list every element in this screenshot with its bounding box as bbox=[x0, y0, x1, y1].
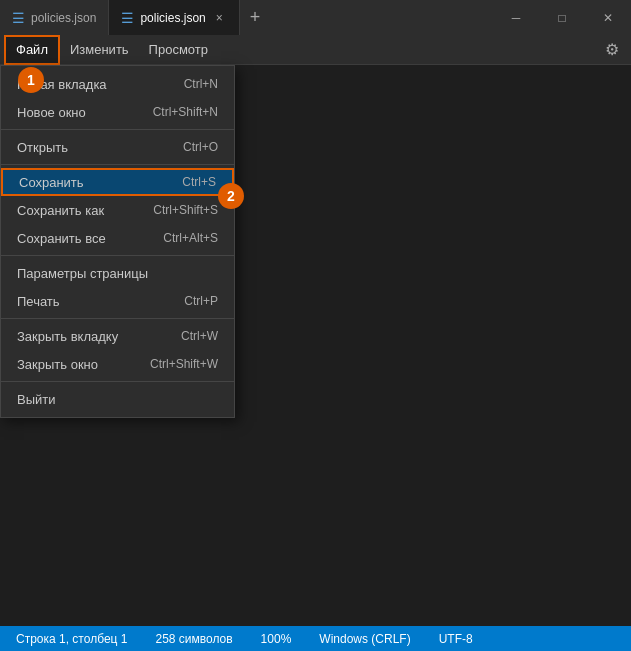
dropdown-item-close-tab-shortcut: Ctrl+W bbox=[181, 329, 218, 343]
title-bar: ☰ policies.json ☰ policies.json × + ─ □ … bbox=[0, 0, 631, 35]
dropdown-separator-3 bbox=[1, 255, 234, 256]
main-area: 1 2 Новая вкладка Ctrl+N Новое окно Ctrl… bbox=[0, 65, 631, 626]
dropdown-item-exit-label: Выйти bbox=[17, 392, 56, 407]
dropdown-item-close-tab[interactable]: Закрыть вкладку Ctrl+W bbox=[1, 322, 234, 350]
status-zoom: 100% bbox=[255, 632, 298, 646]
dropdown-item-save-as[interactable]: Сохранить как Ctrl+Shift+S bbox=[1, 196, 234, 224]
menu-view[interactable]: Просмотр bbox=[139, 35, 218, 65]
dropdown-item-close-window-shortcut: Ctrl+Shift+W bbox=[150, 357, 218, 371]
dropdown-item-exit[interactable]: Выйти bbox=[1, 385, 234, 413]
dropdown-item-save-as-label: Сохранить как bbox=[17, 203, 104, 218]
maximize-button[interactable]: □ bbox=[539, 0, 585, 35]
dropdown-item-close-tab-label: Закрыть вкладку bbox=[17, 329, 118, 344]
dropdown-item-page-setup-label: Параметры страницы bbox=[17, 266, 148, 281]
dropdown-item-print-shortcut: Ctrl+P bbox=[184, 294, 218, 308]
window-controls: ─ □ ✕ bbox=[493, 0, 631, 35]
dropdown-item-save-label: Сохранить bbox=[19, 175, 84, 190]
dropdown-item-save[interactable]: Сохранить Ctrl+S bbox=[1, 168, 234, 196]
dropdown-item-save-as-shortcut: Ctrl+Shift+S bbox=[153, 203, 218, 217]
status-encoding: UTF-8 bbox=[433, 632, 479, 646]
tab-close-button[interactable]: × bbox=[212, 9, 227, 27]
tab-icon-1: ☰ bbox=[12, 10, 25, 26]
menu-file[interactable]: Файл bbox=[4, 35, 60, 65]
dropdown-item-open-label: Открыть bbox=[17, 140, 68, 155]
tab-icon-2: ☰ bbox=[121, 10, 134, 26]
dropdown-separator-4 bbox=[1, 318, 234, 319]
status-line-ending: Windows (CRLF) bbox=[313, 632, 416, 646]
close-button[interactable]: ✕ bbox=[585, 0, 631, 35]
settings-icon[interactable]: ⚙ bbox=[605, 41, 619, 58]
annotation-badge-1: 1 bbox=[18, 67, 44, 93]
dropdown-item-new-window[interactable]: Новое окно Ctrl+Shift+N bbox=[1, 98, 234, 126]
status-bar: Строка 1, столбец 1 258 символов 100% Wi… bbox=[0, 626, 631, 651]
dropdown-item-new-window-shortcut: Ctrl+Shift+N bbox=[153, 105, 218, 119]
file-dropdown-menu: Новая вкладка Ctrl+N Новое окно Ctrl+Shi… bbox=[0, 65, 235, 418]
menu-bar-right: ⚙ bbox=[605, 40, 627, 59]
menu-edit[interactable]: Изменить bbox=[60, 35, 139, 65]
dropdown-item-close-window[interactable]: Закрыть окно Ctrl+Shift+W bbox=[1, 350, 234, 378]
dropdown-item-new-tab-shortcut: Ctrl+N bbox=[184, 77, 218, 91]
new-tab-button[interactable]: + bbox=[240, 0, 271, 35]
dropdown-item-print[interactable]: Печать Ctrl+P bbox=[1, 287, 234, 315]
dropdown-item-print-label: Печать bbox=[17, 294, 60, 309]
minimize-button[interactable]: ─ bbox=[493, 0, 539, 35]
dropdown-item-save-all-label: Сохранить все bbox=[17, 231, 106, 246]
tab-2[interactable]: ☰ policies.json × bbox=[109, 0, 239, 35]
dropdown-item-new-window-label: Новое окно bbox=[17, 105, 86, 120]
tab-1-label: policies.json bbox=[31, 11, 96, 25]
tab-1[interactable]: ☰ policies.json bbox=[0, 0, 109, 35]
dropdown-separator-1 bbox=[1, 129, 234, 130]
tab-2-label: policies.json bbox=[140, 11, 205, 25]
dropdown-item-save-all[interactable]: Сохранить все Ctrl+Alt+S bbox=[1, 224, 234, 252]
dropdown-item-close-window-label: Закрыть окно bbox=[17, 357, 98, 372]
status-chars: 258 символов bbox=[149, 632, 238, 646]
dropdown-separator-5 bbox=[1, 381, 234, 382]
dropdown-item-open-shortcut: Ctrl+O bbox=[183, 140, 218, 154]
dropdown-separator-2 bbox=[1, 164, 234, 165]
dropdown-item-save-all-shortcut: Ctrl+Alt+S bbox=[163, 231, 218, 245]
annotation-badge-2: 2 bbox=[218, 183, 244, 209]
dropdown-item-page-setup[interactable]: Параметры страницы bbox=[1, 259, 234, 287]
dropdown-item-open[interactable]: Открыть Ctrl+O bbox=[1, 133, 234, 161]
dropdown-item-save-shortcut: Ctrl+S bbox=[182, 175, 216, 189]
status-position: Строка 1, столбец 1 bbox=[10, 632, 133, 646]
menu-bar: Файл Изменить Просмотр ⚙ bbox=[0, 35, 631, 65]
